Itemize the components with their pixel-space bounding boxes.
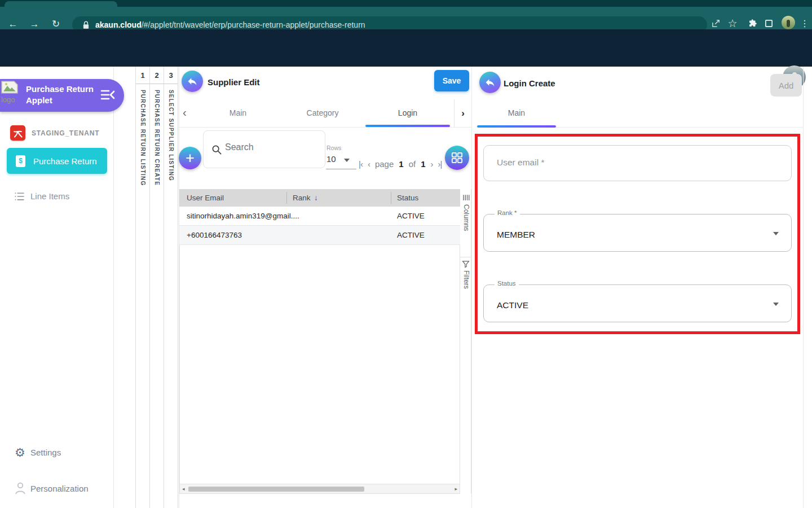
previous-page-button[interactable]: ‹: [368, 159, 370, 169]
tenant-name: STAGING_TENANT: [32, 129, 99, 137]
tabs-scroll-left-icon[interactable]: ‹: [183, 106, 187, 119]
wizard-step-number: 2: [150, 67, 164, 84]
table-row[interactable]: +600166473763 ACTIVE: [179, 226, 460, 245]
add-row-button[interactable]: +: [179, 147, 201, 169]
first-page-button[interactable]: |‹: [359, 159, 363, 169]
filter-funnel-icon[interactable]: [462, 260, 470, 270]
browser-profile-avatar[interactable]: [782, 16, 795, 29]
broken-image-icon: logo: [1, 81, 21, 106]
wizard-step-label: PURCHASE RETURN CREATE: [154, 90, 160, 186]
wizard-tab-purchase-return-create[interactable]: 2 PURCHASE RETURN CREATE: [149, 67, 164, 508]
wizard-tab-purchase-return-listing[interactable]: 1 PURCHASE RETURN LISTING: [135, 67, 149, 508]
columns-tool-button[interactable]: Columns: [462, 204, 470, 231]
tenant-logo-icon[interactable]: [10, 125, 25, 141]
tools-divider: [460, 257, 471, 257]
chevron-down-icon[interactable]: [344, 159, 350, 162]
user-email-field[interactable]: User email *: [483, 145, 792, 181]
line-items-list-icon[interactable]: [14, 191, 25, 204]
horizontal-scrollbar[interactable]: ◂ ▸: [180, 484, 460, 493]
active-tab-underline: [365, 125, 450, 127]
share-icon[interactable]: [709, 17, 722, 29]
status-field-label: Status: [495, 280, 519, 287]
table-header: User Email Rank ↓ Status: [179, 189, 460, 207]
filters-tool-button[interactable]: Filters: [462, 270, 470, 289]
pagination: |‹ ‹ page 1 of 1 › ›|: [359, 157, 442, 170]
scroll-left-icon[interactable]: ◂: [182, 486, 185, 492]
sidebar-item-line-items[interactable]: Line Items: [30, 191, 69, 201]
tab-main[interactable]: Main: [196, 108, 280, 117]
cell-user-email: +600166473763: [187, 231, 242, 239]
page-word: page: [375, 159, 394, 169]
tab-category[interactable]: Category: [280, 108, 365, 117]
add-button-disabled[interactable]: Add: [770, 74, 802, 97]
rows-select-underline: [326, 169, 356, 169]
url-path: /#/applet/tnt/wavelet/erp/purchase-retur…: [142, 20, 365, 29]
last-page-button[interactable]: ›|: [438, 159, 442, 169]
tabs-scroll-right-icon[interactable]: ›: [454, 99, 471, 127]
cell-user-email: sitinorhidayah.amin319@gmail....: [187, 212, 299, 220]
next-page-button[interactable]: ›: [430, 159, 433, 169]
table-row[interactable]: sitinorhidayah.amin319@gmail.... ACTIVE: [179, 207, 460, 226]
login-panel-title: Login Create: [504, 78, 555, 88]
lock-icon: [82, 21, 90, 29]
document-dollar-icon: $: [16, 155, 25, 167]
scrollbar-thumb[interactable]: [188, 487, 364, 492]
extensions-puzzle-icon[interactable]: [747, 17, 759, 29]
rank-select-field[interactable]: Rank * MEMBER: [483, 214, 792, 252]
app-header: akaun: [0, 29, 812, 67]
browser-tabstrip: [0, 0, 812, 7]
screen: ← → ↻ akaun.cloud/#/applet/tnt/wavelet/e…: [0, 0, 812, 508]
scroll-right-icon[interactable]: ▸: [454, 486, 457, 492]
columns-icon[interactable]: [462, 194, 470, 204]
tab-main[interactable]: Main: [477, 108, 556, 117]
url-domain: akaun.cloud: [95, 20, 142, 29]
cell-status: ACTIVE: [397, 231, 425, 239]
search-input[interactable]: [225, 142, 315, 152]
user-email-placeholder: User email *: [497, 157, 544, 168]
panel-border: [471, 67, 472, 508]
status-select-field[interactable]: Status ACTIVE: [483, 284, 792, 322]
bookmark-star-icon[interactable]: ☆: [726, 17, 739, 29]
back-button[interactable]: [182, 71, 203, 92]
total-pages-number: 1: [421, 159, 425, 169]
cell-status: ACTIVE: [397, 212, 425, 220]
back-button[interactable]: [479, 72, 501, 93]
sidebar-item-personalization[interactable]: Personalization: [30, 484, 89, 493]
rows-per-page-select[interactable]: 10: [326, 154, 336, 164]
tabrow-divider: [179, 127, 471, 128]
sort-descending-icon[interactable]: ↓: [314, 194, 318, 202]
collapse-sidebar-icon[interactable]: [99, 88, 116, 104]
chevron-down-icon[interactable]: [773, 303, 779, 306]
grid-view-button[interactable]: [445, 146, 469, 170]
applet-title: Purchase Return Applet: [26, 84, 100, 107]
browser-menu-kebab-icon[interactable]: ⋮: [798, 17, 811, 29]
browser-sidepanel-icon[interactable]: [762, 17, 775, 29]
module-label: Purchase Return: [33, 156, 97, 166]
supplier-panel-title: Supplier Edit: [208, 77, 260, 87]
tab-login[interactable]: Login: [365, 108, 450, 117]
rank-field-label: Rank *: [495, 209, 520, 216]
wizard-step-number: 3: [164, 67, 178, 84]
save-button[interactable]: Save: [434, 70, 469, 91]
column-divider: [391, 192, 391, 204]
wizard-step-number: 1: [136, 67, 149, 84]
browser-active-tab[interactable]: [5, 1, 117, 7]
current-page-number: 1: [399, 159, 403, 169]
chevron-down-icon[interactable]: [773, 232, 779, 235]
status-field-value: ACTIVE: [497, 300, 528, 310]
wizard-tab-select-supplier-listing[interactable]: 3 SELECT SUPPLIER LISTING: [164, 67, 178, 508]
column-header-user-email[interactable]: User Email: [187, 194, 224, 202]
wizard-step-label: PURCHASE RETURN LISTING: [140, 90, 146, 186]
browser-toolbar: ← → ↻ akaun.cloud/#/applet/tnt/wavelet/e…: [0, 7, 812, 29]
gear-icon[interactable]: ⚙: [15, 446, 25, 458]
person-icon[interactable]: [15, 482, 26, 497]
column-header-status[interactable]: Status: [397, 194, 418, 202]
panel-right-border: [803, 67, 804, 508]
active-tab-underline: [477, 125, 556, 128]
sidebar-item-purchase-return[interactable]: $ Purchase Return: [7, 148, 107, 174]
column-header-rank[interactable]: Rank: [293, 194, 311, 202]
sidebar-item-settings[interactable]: Settings: [30, 448, 61, 457]
search-box: [203, 130, 325, 168]
column-divider: [286, 192, 287, 204]
wizard-step-label: SELECT SUPPLIER LISTING: [168, 90, 174, 181]
